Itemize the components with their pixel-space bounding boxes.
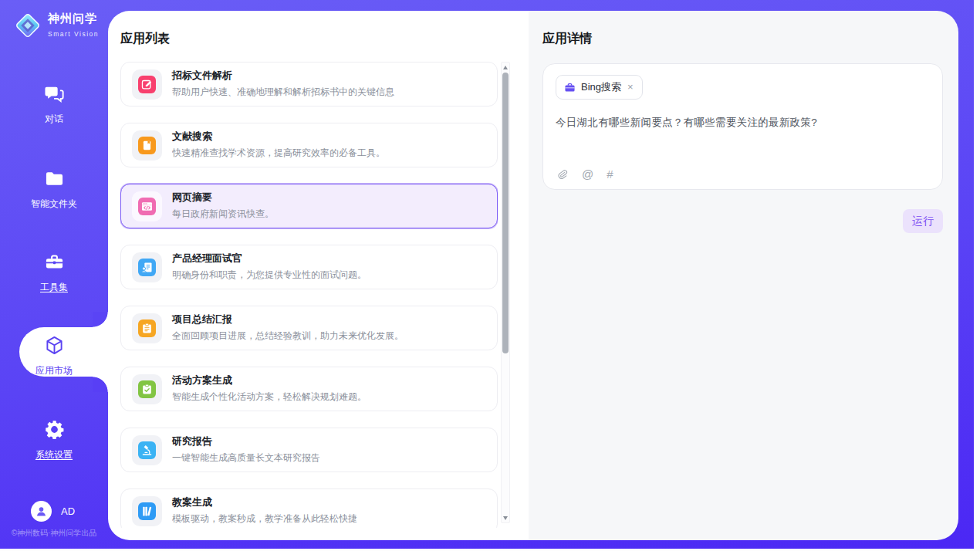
app-detail-title: 应用详情 <box>542 31 943 47</box>
brand-subtitle: Smart Vision <box>48 30 99 38</box>
app-card[interactable]: 网页摘要每日政府新闻资讯快查。 <box>120 184 498 228</box>
scroll-down-icon[interactable] <box>502 513 509 522</box>
sidebar-item-label: 系统设置 <box>0 448 108 461</box>
close-icon[interactable]: × <box>627 83 634 91</box>
app-card-title: 文献搜索 <box>172 130 385 142</box>
scrollbar[interactable] <box>501 62 510 523</box>
app-card-icon-box <box>132 496 162 526</box>
app-card[interactable]: 产品经理面试官明确身份和职责，为您提供专业性的面试问题。 <box>120 245 498 289</box>
sidebar-item-toolset[interactable]: 工具集 <box>0 252 108 294</box>
app-card-text: 文献搜索快速精准查找学术资源，提高研究效率的必备工具。 <box>172 130 385 160</box>
active-tab-curve-bottom <box>93 377 108 392</box>
app-card-text: 研究报告一键智能生成高质量长文本研究报告 <box>172 435 320 465</box>
attachment-icon[interactable] <box>556 168 569 181</box>
folder-icon <box>44 168 65 189</box>
book-icon <box>138 137 156 154</box>
app-card-description: 快速精准查找学术资源，提高研究效率的必备工具。 <box>172 147 385 160</box>
sidebar-item-chat[interactable]: 对话 <box>0 83 108 126</box>
app-card-text: 活动方案生成智能生成个性化活动方案，轻松解决规划难题。 <box>172 374 367 404</box>
sidebar-item-app-market[interactable]: 应用市场 <box>0 335 108 377</box>
mention-icon[interactable]: @ <box>582 167 593 181</box>
person-icon <box>35 505 48 518</box>
app-card-list: 招标文件解析帮助用户快速、准确地理解和解析招标书中的关键信息文献搜索快速精准查找… <box>120 62 498 528</box>
app-card[interactable]: 项目总结汇报全面回顾项目进展，总结经验教训，助力未来优化发展。 <box>120 306 498 350</box>
user-initials: AD <box>61 505 75 517</box>
sidebar: 神州问学 Smart Vision 对话智能文件夹工具集应用市场系统设置 AD … <box>0 0 108 549</box>
app-window: 神州问学 Smart Vision 对话智能文件夹工具集应用市场系统设置 AD … <box>0 0 974 549</box>
run-button[interactable]: 运行 <box>903 209 943 233</box>
sidebar-item-smart-folder[interactable]: 智能文件夹 <box>0 168 108 211</box>
content-area: 应用列表 招标文件解析帮助用户快速、准确地理解和解析招标书中的关键信息文献搜索快… <box>108 11 958 540</box>
toolbox-icon <box>44 252 65 272</box>
notepad-icon <box>138 319 156 337</box>
app-list-panel: 应用列表 招标文件解析帮助用户快速、准确地理解和解析招标书中的关键信息文献搜索快… <box>108 11 529 540</box>
app-card-title: 研究报告 <box>172 435 320 447</box>
app-card[interactable]: 教案生成模板驱动，教案秒成，教学准备从此轻松快捷 <box>120 488 498 528</box>
sidebar-item-label: 智能文件夹 <box>0 198 108 211</box>
sidebar-item-label: 应用市场 <box>0 364 108 377</box>
app-card-description: 智能生成个性化活动方案，轻松解决规划难题。 <box>172 390 367 404</box>
tag-label: Bing搜索 <box>581 80 621 94</box>
app-card-text: 网页摘要每日政府新闻资讯快查。 <box>172 191 274 221</box>
app-card-icon-box <box>132 313 162 343</box>
user-row[interactable]: AD <box>31 501 75 522</box>
app-card[interactable]: 研究报告一键智能生成高质量长文本研究报告 <box>120 428 498 472</box>
app-card-description: 帮助用户快速、准确地理解和解析招标书中的关键信息 <box>172 86 394 99</box>
app-list-title: 应用列表 <box>120 31 529 47</box>
app-detail-panel: 应用详情 Bing搜索 × 今日湖北有哪些新闻要点？有哪些需要关注的最新政策? … <box>529 11 958 540</box>
app-card-text: 项目总结汇报全面回顾项目进展，总结经验教训，助力未来优化发展。 <box>172 313 404 343</box>
briefcase-icon <box>564 82 576 93</box>
person-doc-icon <box>138 259 156 276</box>
hash-icon[interactable]: # <box>607 167 613 181</box>
gear-icon <box>44 419 65 440</box>
app-card-description: 一键智能生成高质量长文本研究报告 <box>172 451 320 465</box>
app-card-description: 每日政府新闻资讯快查。 <box>172 208 274 221</box>
input-toolbar: @# <box>556 167 613 181</box>
clipboard-check-icon <box>138 380 156 398</box>
brand-text: 神州问学 Smart Vision <box>48 12 99 39</box>
scroll-up-icon[interactable] <box>502 63 509 72</box>
app-card-title: 项目总结汇报 <box>172 313 404 325</box>
active-tab-curve-top <box>93 312 108 327</box>
chat-icon <box>44 83 65 104</box>
prompt-input[interactable]: Bing搜索 × 今日湖北有哪些新闻要点？有哪些需要关注的最新政策? @# <box>542 63 943 190</box>
app-card-title: 产品经理面试官 <box>172 252 367 264</box>
app-card-icon-box <box>132 435 162 465</box>
copyright-text: ©神州数码·神州问学出品 <box>0 528 108 539</box>
app-card-description: 明确身份和职责，为您提供专业性的面试问题。 <box>172 269 367 282</box>
microscope-icon <box>138 441 156 459</box>
sidebar-item-label: 工具集 <box>0 281 108 294</box>
app-card-text: 教案生成模板驱动，教案秒成，教学准备从此轻松快捷 <box>172 496 357 526</box>
app-card-icon-box <box>132 374 162 404</box>
app-card[interactable]: 文献搜索快速精准查找学术资源，提高研究效率的必备工具。 <box>120 123 498 167</box>
app-card-text: 产品经理面试官明确身份和职责，为您提供专业性的面试问题。 <box>172 252 367 282</box>
app-card-text: 招标文件解析帮助用户快速、准确地理解和解析招标书中的关键信息 <box>172 69 394 99</box>
app-card-icon-box <box>132 69 162 100</box>
app-card-title: 网页摘要 <box>172 191 274 203</box>
pen-square-icon <box>138 76 156 93</box>
app-card-description: 全面回顾项目进展，总结经验教训，助力未来优化发展。 <box>172 330 404 343</box>
avatar <box>31 501 52 522</box>
brand-logo: 神州问学 Smart Vision <box>14 12 99 39</box>
brand-name: 神州问学 <box>48 12 97 25</box>
scrollbar-thumb[interactable] <box>502 73 509 353</box>
sidebar-item-system-settings[interactable]: 系统设置 <box>0 419 108 461</box>
brand-diamond-icon <box>14 12 42 39</box>
app-card-title: 教案生成 <box>172 496 357 508</box>
tool-tag-bing-search[interactable]: Bing搜索 × <box>556 75 643 100</box>
app-card-icon-box <box>132 130 162 161</box>
app-card[interactable]: 招标文件解析帮助用户快速、准确地理解和解析招标书中的关键信息 <box>120 62 498 106</box>
cube-icon <box>44 335 65 356</box>
app-card-title: 活动方案生成 <box>172 374 367 386</box>
browser-code-icon <box>138 198 156 215</box>
app-card-title: 招标文件解析 <box>172 69 394 81</box>
books-icon <box>138 502 156 520</box>
app-card-icon-box <box>132 252 162 282</box>
app-card-icon-box <box>132 191 162 221</box>
app-card-description: 模板驱动，教案秒成，教学准备从此轻松快捷 <box>172 512 357 526</box>
sidebar-item-label: 对话 <box>0 113 108 126</box>
app-card[interactable]: 活动方案生成智能生成个性化活动方案，轻松解决规划难题。 <box>120 367 498 411</box>
prompt-text[interactable]: 今日湖北有哪些新闻要点？有哪些需要关注的最新政策? <box>556 116 930 130</box>
